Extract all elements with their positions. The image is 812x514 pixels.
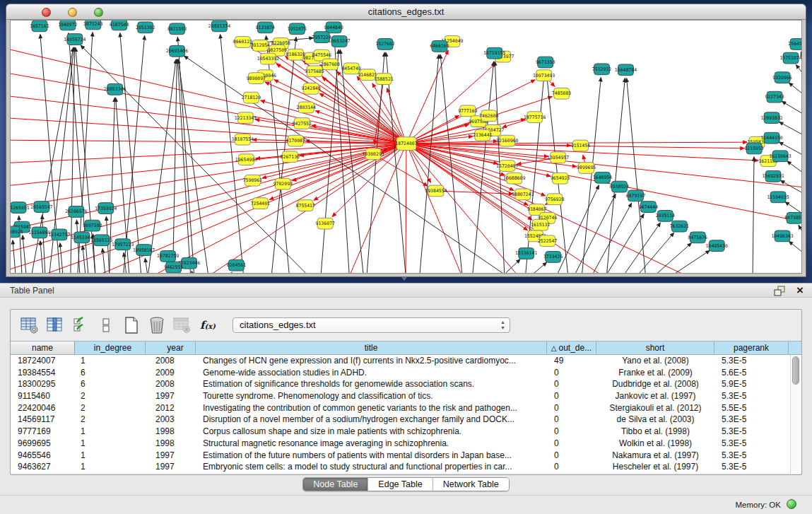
network-node[interactable]: 11156869: [28, 227, 50, 238]
network-node[interactable]: 10958167: [133, 245, 155, 256]
network-node-selected[interactable]: 19654903: [235, 154, 257, 165]
network-node[interactable]: 7632621: [670, 221, 689, 232]
table-cell-short[interactable]: Wolkin et al. (1998): [596, 438, 714, 450]
network-node-selected[interactable]: 10688609: [503, 173, 525, 184]
network-node-selected[interactable]: 18775716: [524, 112, 546, 123]
network-node-selected[interactable]: 8267130: [281, 151, 300, 163]
table-cell-name[interactable]: 9465546: [11, 450, 75, 462]
network-node[interactable]: 20206576: [65, 206, 87, 218]
network-node[interactable]: 10653247: [329, 36, 351, 47]
table-cell-name[interactable]: 22420046: [11, 402, 75, 414]
network-node[interactable]: 10495430: [706, 240, 728, 252]
table-cell-out_degree[interactable]: 0: [547, 438, 596, 450]
network-node[interactable]: 16648784: [615, 64, 637, 76]
table-cell-pagerank[interactable]: 5.3E-5: [714, 426, 789, 438]
network-node-selected[interactable]: 7485083: [552, 88, 571, 99]
network-canvas[interactable]: 1872400786601238912954822605898275091054…: [10, 20, 802, 274]
table-cell-out_degree[interactable]: 0: [547, 390, 596, 402]
table-cell-name[interactable]: 9115460: [11, 390, 75, 402]
network-node-selected[interactable]: 15720407: [496, 160, 518, 172]
table-cell-year[interactable]: 2008: [146, 378, 196, 390]
table-cell-out_degree[interactable]: 0: [547, 367, 596, 379]
table-cell-title[interactable]: Changes of HCN gene expression and I(f) …: [196, 355, 547, 367]
table-cell-pagerank[interactable]: 5.5E-5: [714, 402, 789, 414]
table-row[interactable]: 1938455462009Genome-wide association stu…: [11, 367, 801, 379]
table-cell-name[interactable]: 18724007: [11, 355, 75, 367]
network-node[interactable]: 1733426: [543, 252, 563, 263]
network-node[interactable]: 7957224: [312, 32, 331, 43]
table-cell-out_degree[interactable]: 0: [547, 461, 596, 473]
table-mode-icon[interactable]: [19, 315, 40, 335]
network-node[interactable]: 10490343: [771, 230, 793, 242]
column-header-year[interactable]: year: [146, 341, 196, 354]
table-row[interactable]: 1456911722003Disruption of a novel membe…: [11, 414, 801, 426]
table-cell-short[interactable]: Franke et al. (2009): [596, 367, 714, 379]
table-cell-name[interactable]: 19384554: [11, 367, 75, 379]
network-window-titlebar[interactable]: citations_edges.txt: [6, 4, 806, 20]
table-cell-name[interactable]: 9777169: [11, 426, 75, 438]
table-cell-pagerank[interactable]: 5.3E-5: [714, 450, 789, 462]
network-node-selected[interactable]: 12213343: [235, 112, 257, 124]
network-node[interactable]: 8131074: [256, 22, 275, 33]
network-node[interactable]: 20165547: [30, 201, 52, 213]
table-cell-title[interactable]: Investigating the contribution of common…: [196, 402, 547, 414]
table-cell-short[interactable]: Jankovic et al. (1997): [596, 390, 714, 402]
table-cell-out_degree[interactable]: 0: [547, 450, 596, 462]
column-header-out_degree[interactable]: △out_de...: [547, 341, 596, 354]
table-cell-out_degree[interactable]: 0: [547, 378, 596, 390]
row-select-icon[interactable]: [70, 315, 91, 335]
network-node-selected[interactable]: 18300295: [362, 148, 384, 160]
network-node[interactable]: 10719155: [483, 47, 505, 59]
network-node[interactable]: 15136141: [515, 248, 537, 259]
table-cell-year[interactable]: 2008: [146, 355, 196, 367]
network-node-selected[interactable]: 7462600: [479, 110, 498, 122]
clear-selection-icon[interactable]: [95, 315, 117, 335]
network-node[interactable]: 1527602: [375, 39, 394, 50]
table-cell-short[interactable]: Yano et al. (2008): [596, 355, 714, 367]
network-node-selected[interactable]: 7590961: [243, 175, 262, 186]
network-node-selected[interactable]: 18724007: [395, 137, 417, 151]
network-node-selected[interactable]: 9890097: [247, 73, 266, 84]
network-node[interactable]: 1952075: [288, 23, 307, 35]
network-node-selected[interactable]: 2803144: [297, 102, 316, 113]
network-node[interactable]: 9329966: [772, 72, 792, 83]
network-node[interactable]: 11451944: [71, 232, 93, 243]
network-node[interactable]: 12104035: [767, 192, 789, 203]
table-cell-year[interactable]: 1997: [146, 390, 196, 402]
table-row[interactable]: 2242004622012Investigating the contribut…: [11, 402, 801, 414]
column-header-in_degree[interactable]: in_degree: [75, 341, 146, 354]
network-node[interactable]: 1657161: [30, 21, 49, 32]
network-node[interactable]: 12342757: [48, 229, 70, 240]
column-header-short[interactable]: short: [596, 341, 714, 354]
network-node-selected[interactable]: 8755417: [296, 200, 315, 211]
network-node[interactable]: 8473858: [784, 212, 801, 223]
network-node[interactable]: 8471676: [688, 232, 707, 243]
network-node-selected[interactable]: 13954957: [547, 152, 569, 163]
network-node-selected[interactable]: 2522547: [538, 235, 557, 247]
table-cell-out_degree[interactable]: 0: [547, 414, 596, 426]
network-node[interactable]: 12093832: [760, 112, 782, 124]
table-cell-out_degree[interactable]: 49: [547, 355, 596, 367]
network-node[interactable]: 16782759: [157, 251, 179, 262]
table-row[interactable]: 911546021997Tourette syndrome. Phenomeno…: [11, 390, 801, 402]
network-node[interactable]: 25265051: [11, 202, 30, 214]
table-row[interactable]: 946362711997Embryonic stem cells: a mode…: [11, 461, 801, 473]
table-row[interactable]: 977716911998Corpus callosum shape and si…: [11, 426, 801, 438]
table-cell-short[interactable]: Tibbo et al. (1998): [596, 426, 714, 438]
network-node[interactable]: 8215953: [744, 143, 763, 154]
column-header-name[interactable]: name: [11, 341, 75, 354]
table-cell-out_degree[interactable]: 0: [547, 426, 596, 438]
table-row[interactable]: 946554611997Estimation of the future num…: [11, 450, 801, 462]
table-cell-short[interactable]: Dudbridge et al. (2008): [596, 378, 714, 390]
table-cell-title[interactable]: Corpus callosum shape and size in male p…: [196, 426, 547, 438]
network-node-selected[interactable]: 10973493: [533, 70, 555, 81]
table-cell-title[interactable]: Tourette syndrome. Phenomenology and cla…: [196, 390, 547, 402]
network-node-selected[interactable]: 10543392: [257, 53, 279, 64]
table-cell-pagerank[interactable]: 5.9E-5: [714, 378, 789, 390]
table-row[interactable]: 1872400712008Changes of HCN gene express…: [11, 355, 801, 367]
table-cell-year[interactable]: 2009: [146, 367, 196, 379]
table-cell-in_degree[interactable]: 2: [75, 390, 146, 402]
network-node-selected[interactable]: 1615132: [531, 219, 550, 230]
table-cell-title[interactable]: Disruption of a novel member of a sodium…: [196, 414, 547, 426]
network-node-selected[interactable]: 8427552: [293, 118, 312, 129]
